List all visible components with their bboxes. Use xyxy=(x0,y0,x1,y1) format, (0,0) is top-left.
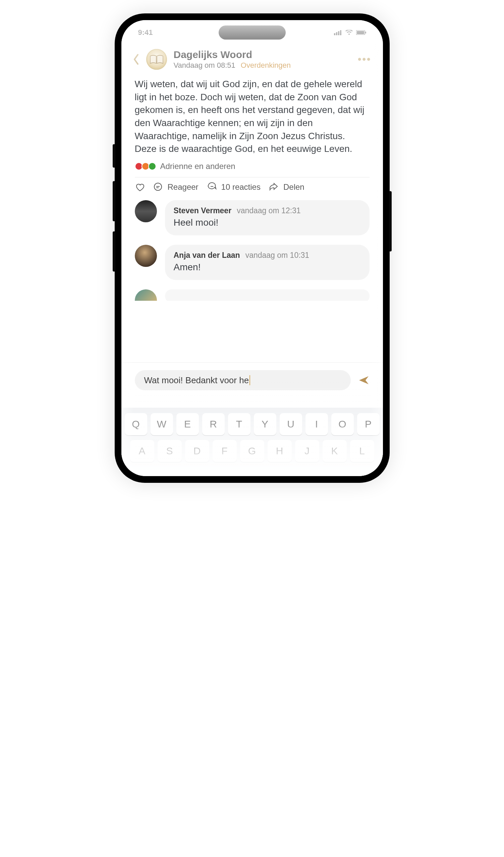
key-t[interactable]: T xyxy=(228,413,251,435)
signal-icon xyxy=(334,30,342,35)
compose-bar: Wat mooi! Bedankt voor he xyxy=(121,363,383,396)
svg-rect-5 xyxy=(357,31,364,34)
key-g[interactable]: G xyxy=(240,440,264,462)
key-d[interactable]: D xyxy=(185,440,209,462)
share-icon xyxy=(269,182,279,192)
screen: 9:41 Dagelijks Woord Vandaag om 08:51 Ov… xyxy=(121,20,383,476)
divider xyxy=(135,177,370,178)
key-q[interactable]: Q xyxy=(125,413,147,435)
post-time: Vandaag om 08:51 xyxy=(174,61,235,70)
key-p[interactable]: P xyxy=(357,413,380,435)
share-button[interactable]: Delen xyxy=(269,182,304,192)
key-w[interactable]: W xyxy=(151,413,173,435)
speech-icon xyxy=(153,182,163,192)
key-f[interactable]: F xyxy=(213,440,237,462)
comment-list: Steven Vermeer vandaag om 12:31 Heel moo… xyxy=(121,200,383,301)
status-icons xyxy=(334,30,366,35)
action-bar: Reageer 10 reacties Delen xyxy=(121,182,383,200)
key-a[interactable]: A xyxy=(130,440,154,462)
key-y[interactable]: Y xyxy=(254,413,276,435)
status-bar: 9:41 xyxy=(121,20,383,40)
comment-time: vandaag om 10:31 xyxy=(246,251,309,260)
commenter-name: Steven Vermeer xyxy=(174,206,232,215)
book-icon xyxy=(150,55,164,64)
dynamic-island xyxy=(219,26,286,39)
comment-text: Amen! xyxy=(174,262,361,273)
status-time: 9:41 xyxy=(138,28,153,37)
message-input[interactable]: Wat mooi! Bedankt voor he xyxy=(135,370,351,390)
more-button[interactable]: ••• xyxy=(358,54,372,65)
comment-text: Heel mooi! xyxy=(174,217,361,228)
message-input-value: Wat mooi! Bedankt voor he xyxy=(144,375,249,386)
comment-item: Anja van der Laan vandaag om 10:31 Amen! xyxy=(135,245,370,280)
share-label: Delen xyxy=(283,182,304,192)
comment-item xyxy=(135,289,370,301)
comment-count-button[interactable]: 10 reacties xyxy=(206,182,261,192)
key-j[interactable]: J xyxy=(295,440,319,462)
svg-rect-3 xyxy=(340,30,341,35)
key-u[interactable]: U xyxy=(280,413,302,435)
channel-title[interactable]: Dagelijks Woord xyxy=(174,49,351,60)
comments-icon xyxy=(206,182,217,192)
reaction-summary[interactable]: Adrienne en anderen xyxy=(121,162,383,177)
channel-avatar[interactable] xyxy=(146,49,167,70)
avatar[interactable] xyxy=(135,200,157,222)
key-r[interactable]: R xyxy=(202,413,225,435)
post-category[interactable]: Overdenkingen xyxy=(241,61,291,70)
reaction-icons xyxy=(135,162,155,170)
avatar[interactable] xyxy=(135,245,157,267)
comment-time: vandaag om 12:31 xyxy=(237,206,301,215)
svg-rect-2 xyxy=(338,31,339,35)
svg-rect-1 xyxy=(336,32,337,35)
reaction-text: Adrienne en anderen xyxy=(160,162,235,171)
keyboard-row-2: ASDFGHJKL xyxy=(125,440,380,462)
anchor-icon xyxy=(148,162,156,170)
commenter-name: Anja van der Laan xyxy=(174,251,240,260)
keyboard-row-1: QWERTYUIOP xyxy=(125,413,380,435)
post-body: Wij weten, dat wij uit God zijn, en dat … xyxy=(121,73,383,162)
comment-button[interactable]: Reageer xyxy=(153,182,199,192)
comment-bubble[interactable]: Anja van der Laan vandaag om 10:31 Amen! xyxy=(165,245,370,280)
key-i[interactable]: I xyxy=(305,413,328,435)
send-icon[interactable] xyxy=(358,374,370,386)
svg-rect-0 xyxy=(334,33,335,35)
key-h[interactable]: H xyxy=(268,440,292,462)
key-k[interactable]: K xyxy=(323,440,347,462)
heart-outline-icon xyxy=(135,182,145,192)
post-header: Dagelijks Woord Vandaag om 08:51 Overden… xyxy=(121,40,383,73)
svg-rect-6 xyxy=(365,32,366,34)
comment-item: Steven Vermeer vandaag om 12:31 Heel moo… xyxy=(135,200,370,235)
comment-label: Reageer xyxy=(168,182,199,192)
text-caret xyxy=(250,375,250,385)
key-s[interactable]: S xyxy=(157,440,182,462)
comment-bubble[interactable] xyxy=(165,289,370,301)
key-o[interactable]: O xyxy=(331,413,354,435)
avatar[interactable] xyxy=(135,289,157,301)
wifi-icon xyxy=(346,30,353,35)
keyboard: QWERTYUIOP ASDFGHJKL xyxy=(121,408,383,476)
phone-frame: 9:41 Dagelijks Woord Vandaag om 08:51 Ov… xyxy=(115,13,390,483)
battery-icon xyxy=(356,30,366,35)
key-l[interactable]: L xyxy=(350,440,374,462)
key-e[interactable]: E xyxy=(177,413,199,435)
comment-bubble[interactable]: Steven Vermeer vandaag om 12:31 Heel moo… xyxy=(165,200,370,235)
comment-count-label: 10 reacties xyxy=(221,182,261,192)
like-button[interactable] xyxy=(135,182,145,192)
back-icon[interactable] xyxy=(133,54,139,65)
